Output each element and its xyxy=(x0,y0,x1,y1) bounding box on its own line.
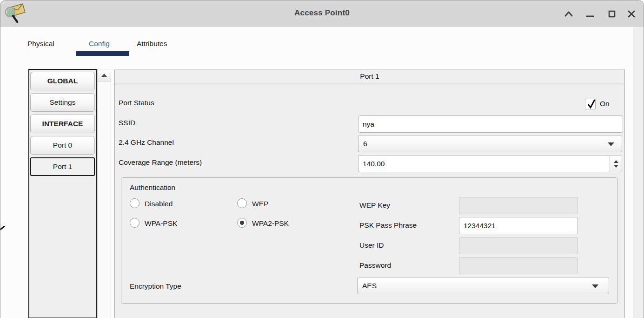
radio-wpa2-psk-label[interactable]: WPA2-PSK xyxy=(252,219,289,228)
port-status-checkbox[interactable] xyxy=(585,99,596,109)
encryption-type-value: AES xyxy=(362,282,377,290)
close-icon xyxy=(625,7,638,20)
background-wire-artifact xyxy=(0,226,5,230)
coverage-spin-buttons[interactable] xyxy=(610,156,622,172)
shade-button[interactable] xyxy=(562,7,575,20)
radio-wpa2-psk[interactable] xyxy=(237,218,247,228)
encryption-type-select[interactable]: AES xyxy=(357,277,609,294)
wep-key-input xyxy=(459,197,578,214)
sidebar-scrollbar[interactable] xyxy=(97,69,111,318)
channel-value: 6 xyxy=(363,140,367,148)
radio-wpa-psk-label[interactable]: WPA-PSK xyxy=(145,219,177,228)
spin-down-icon xyxy=(614,165,618,168)
radio-wpa-psk[interactable] xyxy=(130,218,139,228)
radio-disabled[interactable] xyxy=(130,198,139,208)
coverage-input[interactable] xyxy=(359,156,609,172)
right-margin-strip xyxy=(633,27,644,318)
chevron-down-icon xyxy=(608,142,614,146)
title-bar[interactable]: Access Point0 xyxy=(0,0,644,27)
maximize-icon xyxy=(605,7,618,20)
tab-physical[interactable]: Physical xyxy=(27,40,54,48)
psk-pass-phrase-label: PSK Pass Phrase xyxy=(359,221,417,230)
triangle-up-icon xyxy=(101,74,107,77)
wep-key-label: WEP Key xyxy=(359,201,390,210)
psk-pass-phrase-input[interactable] xyxy=(459,217,578,234)
access-point-dialog: Access Point0 Physical Config Attributes… xyxy=(0,0,644,318)
ssid-label: SSID xyxy=(119,119,135,127)
scroll-up-button[interactable] xyxy=(98,69,111,81)
chevron-up-icon xyxy=(562,7,575,20)
user-id-label: User ID xyxy=(359,241,384,250)
radio-disabled-label[interactable]: Disabled xyxy=(145,200,173,208)
coverage-label: Coverage Range (meters) xyxy=(119,158,202,167)
channel-label: 2.4 GHz Channel xyxy=(119,138,174,147)
encryption-type-label: Encryption Type xyxy=(130,282,181,291)
tab-config[interactable]: Config xyxy=(89,40,110,48)
port-status-label: Port Status xyxy=(119,99,154,107)
authentication-title: Authentication xyxy=(130,183,175,192)
channel-select[interactable]: 6 xyxy=(358,135,622,152)
sidebar-item-port0[interactable]: Port 0 xyxy=(30,136,95,155)
ssid-input[interactable] xyxy=(358,115,623,133)
sidebar-item-settings[interactable]: Settings xyxy=(30,93,95,112)
port-status-on-label: On xyxy=(600,100,610,108)
password-input xyxy=(459,257,578,274)
sidebar-item-global[interactable]: GLOBAL xyxy=(30,72,95,90)
coverage-spinbox xyxy=(358,155,622,172)
tab-attributes[interactable]: Attributes xyxy=(137,40,167,48)
chevron-down-icon xyxy=(592,284,598,288)
spin-up-icon xyxy=(614,160,618,163)
close-button[interactable] xyxy=(625,7,638,20)
radio-wep-label[interactable]: WEP xyxy=(252,200,268,208)
password-label: Password xyxy=(359,261,391,270)
authentication-groupbox: Authentication Disabled WEP WPA-PSK WPA2… xyxy=(121,177,618,304)
maximize-button[interactable] xyxy=(605,7,618,20)
window-title: Access Point0 xyxy=(0,8,644,18)
panel-title: Port 1 xyxy=(115,69,624,83)
port1-config-panel: Port 1 Port Status On SSID 2.4 GHz Chann… xyxy=(114,69,625,318)
sidebar-item-interface[interactable]: INTERFACE xyxy=(30,115,95,133)
sidebar-item-port1[interactable]: Port 1 xyxy=(30,157,95,176)
minimize-icon xyxy=(584,7,597,20)
user-id-input xyxy=(459,237,578,254)
radio-dot xyxy=(240,221,244,225)
check-icon xyxy=(586,98,597,110)
radio-wep[interactable] xyxy=(237,198,247,208)
minimize-button[interactable] xyxy=(584,7,597,20)
config-section-list: GLOBAL Settings INTERFACE Port 0 Port 1 xyxy=(28,69,97,318)
active-tab-underline xyxy=(76,51,129,56)
